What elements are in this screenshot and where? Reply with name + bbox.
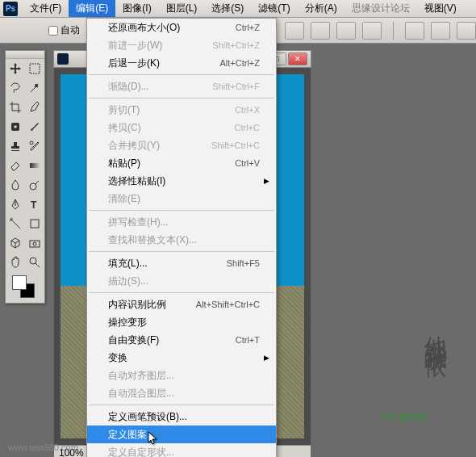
doc-icon — [57, 53, 69, 65]
menu-item-label: 自动混合图层... — [108, 387, 260, 400]
svg-point-2 — [30, 141, 33, 145]
zoom-tool[interactable] — [25, 253, 44, 272]
menu-item[interactable]: 内容识别比例Alt+Shift+Ctrl+C — [87, 296, 276, 313]
camera-tool[interactable] — [25, 233, 44, 253]
hand-tool[interactable] — [6, 253, 25, 272]
menu-item[interactable]: 还原画布大小(O)Ctrl+Z — [87, 19, 276, 36]
lasso-tool[interactable] — [6, 78, 25, 98]
history-brush-tool[interactable] — [25, 136, 44, 156]
menu-item-label: 自动对齐图层... — [108, 369, 260, 383]
healing-tool[interactable] — [6, 117, 25, 136]
opt-btn-3[interactable] — [336, 22, 356, 40]
menu-item: 拷贝(C)Ctrl+C — [87, 119, 276, 136]
svg-rect-0 — [30, 64, 40, 73]
menu-item-label: 后退一步(K) — [108, 57, 219, 70]
menu-item-label: 粘贴(P) — [108, 157, 235, 170]
svg-point-8 — [33, 242, 36, 245]
menu-item[interactable]: 填充(L)...Shift+F5 — [87, 254, 276, 272]
menu-file[interactable]: 文件(F) — [23, 0, 69, 17]
svg-text:T: T — [31, 199, 37, 211]
marquee-tool[interactable] — [25, 59, 44, 78]
color-swatches[interactable] — [6, 272, 44, 303]
crop-tool[interactable] — [6, 98, 25, 117]
menu-wm1: 思缘设计论坛 — [344, 0, 417, 17]
menu-image[interactable]: 图像(I) — [115, 0, 158, 17]
move-tool[interactable] — [6, 59, 25, 78]
menu-item-label: 清除(E) — [108, 192, 260, 206]
watermark-text: 他她我咻依 — [420, 318, 450, 342]
shape-tool[interactable] — [25, 214, 44, 233]
pen-tool[interactable] — [6, 195, 25, 214]
svg-point-9 — [30, 258, 36, 264]
menu-item[interactable]: 粘贴(P)Ctrl+V — [87, 154, 276, 172]
opt-btn-2[interactable] — [311, 22, 330, 40]
menu-item[interactable]: 变换▶ — [87, 349, 276, 367]
app-icon: Ps — [3, 2, 18, 16]
svg-point-4 — [30, 183, 36, 190]
menu-item-accel: Shift+Ctrl+C — [211, 140, 260, 150]
svg-rect-6 — [31, 220, 39, 228]
menu-item: 剪切(T)Ctrl+X — [87, 101, 276, 119]
menu-item[interactable]: 操控变形 — [87, 313, 276, 331]
menu-item: 前进一步(W)Shift+Ctrl+Z — [87, 36, 276, 54]
menu-item[interactable]: 自由变换(F)Ctrl+T — [87, 331, 276, 349]
eraser-tool[interactable] — [6, 156, 25, 175]
menu-edit[interactable]: 编辑(E) — [69, 0, 115, 17]
menu-item[interactable]: 选择性粘贴(I)▶ — [87, 172, 276, 190]
svg-rect-7 — [30, 241, 40, 247]
blur-tool[interactable] — [6, 175, 25, 195]
edit-menu-dropdown: 还原画布大小(O)Ctrl+Z前进一步(W)Shift+Ctrl+Z后退一步(K… — [86, 18, 277, 457]
menu-item-accel: Ctrl+Z — [236, 23, 260, 32]
close-button[interactable]: ✕ — [288, 52, 307, 65]
menu-item-label: 剪切(T) — [108, 103, 235, 117]
menu-analysis[interactable]: 分析(A) — [298, 0, 344, 17]
opt-btn-1[interactable] — [285, 22, 304, 40]
3d-tool[interactable] — [6, 233, 25, 253]
watermark-url: www.tata580.com — [8, 442, 78, 452]
watermark-site: PS 教程网 — [383, 411, 428, 425]
menu-item: 定义自定形状... — [87, 443, 276, 457]
menu-item-label: 查找和替换文本(X)... — [108, 233, 260, 247]
path-tool[interactable] — [6, 214, 25, 233]
menu-item[interactable]: 定义画笔预设(B)... — [87, 408, 276, 426]
menu-item-accel: Shift+Ctrl+Z — [212, 40, 260, 50]
toolbox-header[interactable] — [6, 51, 44, 59]
dodge-tool[interactable] — [25, 175, 44, 195]
menu-item: 渐隐(D)...Shift+Ctrl+F — [87, 78, 276, 95]
menu-select[interactable]: 选择(S) — [204, 0, 251, 17]
menu-item-accel: Ctrl+C — [235, 123, 260, 132]
gradient-tool[interactable] — [25, 156, 44, 175]
opt-btn-5[interactable] — [405, 22, 424, 40]
auto-checkbox[interactable]: 自动 — [48, 23, 80, 37]
menu-item-accel: Shift+F5 — [227, 258, 260, 268]
menu-item-label: 渐隐(D)... — [108, 80, 212, 94]
menu-item-label: 定义画笔预设(B)... — [108, 410, 260, 424]
menu-item: 自动混合图层... — [87, 384, 276, 402]
stamp-tool[interactable] — [6, 136, 25, 156]
type-tool[interactable]: T — [25, 195, 44, 214]
opt-btn-4[interactable] — [362, 22, 382, 40]
wand-tool[interactable] — [25, 78, 44, 98]
opt-btn-6[interactable] — [431, 22, 450, 40]
menu-item-label: 还原画布大小(O) — [108, 21, 236, 35]
menu-item-label: 内容识别比例 — [108, 298, 196, 312]
menu-item-accel: Ctrl+V — [235, 158, 260, 168]
brush-tool[interactable] — [25, 117, 44, 136]
foreground-swatch[interactable] — [12, 275, 27, 290]
menu-layer[interactable]: 图层(L) — [159, 0, 205, 17]
menu-item[interactable]: 后退一步(K)Alt+Ctrl+Z — [87, 54, 276, 72]
menu-item[interactable]: 定义图案... — [87, 426, 276, 443]
menu-item: 合并拷贝(Y)Shift+Ctrl+C — [87, 136, 276, 154]
menu-item: 自动对齐图层... — [87, 367, 276, 384]
toolbox: T — [5, 50, 45, 304]
menu-filter[interactable]: 滤镜(T) — [251, 0, 297, 17]
menu-item-accel: Alt+Ctrl+Z — [219, 58, 260, 68]
menu-item-label: 填充(L)... — [108, 257, 227, 270]
menu-item-label: 自由变换(F) — [108, 333, 236, 347]
menu-item: 清除(E) — [87, 190, 276, 208]
menu-item: 查找和替换文本(X)... — [87, 231, 276, 249]
opt-btn-7[interactable] — [457, 22, 476, 40]
menu-view[interactable]: 视图(V) — [417, 0, 464, 17]
menu-item-label: 定义自定形状... — [108, 446, 260, 458]
eyedropper-tool[interactable] — [25, 98, 44, 117]
